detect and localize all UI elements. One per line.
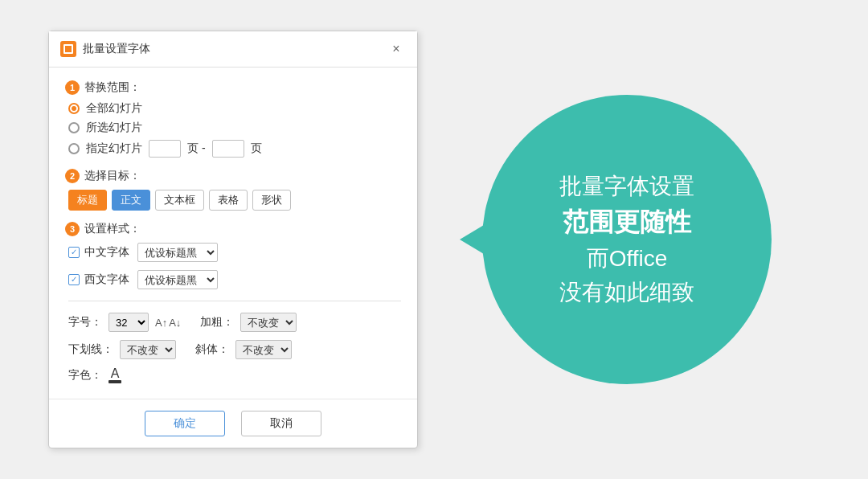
target-chips: 标题 正文 文本框 表格 形状: [65, 190, 401, 211]
chinese-font-checkbox-wrap[interactable]: 中文字体: [68, 245, 129, 260]
radio-group-range: 全部幻灯片 所选幻灯片 指定幻灯片 页 - 页: [65, 101, 401, 158]
chip-table[interactable]: 表格: [209, 190, 248, 211]
dialog-title: 批量设置字体: [83, 42, 150, 56]
radio-specified-slides-label: 指定幻灯片: [86, 141, 142, 156]
page-suffix: 页: [251, 141, 262, 156]
bold-label: 加粗：: [200, 315, 234, 330]
font-size-label: 字号：: [68, 315, 102, 330]
speech-bubble: 批量字体设置 范围更随性 而Office 没有如此细致: [482, 95, 772, 384]
cancel-button[interactable]: 取消: [241, 411, 321, 436]
decrease-size-icon[interactable]: A↓: [169, 317, 181, 329]
western-font-checkbox-wrap[interactable]: 西文字体: [68, 272, 129, 287]
color-icon[interactable]: A: [108, 367, 121, 383]
dialog-footer: 确定 取消: [49, 399, 417, 448]
style-rows: 中文字体 优设标题黑 西文字体 优设标题黑: [65, 243, 401, 383]
italic-label: 斜体：: [195, 342, 229, 357]
increase-size-icon[interactable]: A↑: [155, 317, 167, 329]
page-separator: 页 -: [187, 141, 206, 156]
page-from-input[interactable]: [149, 140, 181, 158]
radio-selected-slides-label: 所选幻灯片: [86, 121, 142, 135]
batch-font-dialog: 批量设置字体 × 1 替换范围： 全部幻灯片 所选幻: [48, 31, 418, 448]
chip-body[interactable]: 正文: [112, 190, 150, 211]
close-button[interactable]: ×: [387, 39, 406, 59]
section-set-style: 3 设置样式： 中文字体 优设标题黑: [65, 222, 401, 383]
radio-specified-slides[interactable]: 指定幻灯片 页 - 页: [68, 140, 401, 158]
chinese-font-checkbox[interactable]: [68, 247, 80, 258]
size-icons: A↑ A↓: [155, 317, 181, 329]
chip-title[interactable]: 标题: [68, 190, 107, 211]
font-size-select[interactable]: 32: [108, 313, 149, 332]
italic-select[interactable]: 不改变: [235, 340, 292, 359]
style-divider: [68, 301, 401, 301]
section-replace-range: 1 替换范围： 全部幻灯片 所选幻灯片 指定幻灯片: [65, 80, 401, 158]
section-2-label: 选择目标：: [84, 169, 141, 183]
chinese-font-label: 中文字体: [84, 245, 129, 260]
section-3-label: 设置样式：: [84, 222, 141, 236]
section-1-num: 1: [65, 80, 80, 95]
western-font-checkbox[interactable]: [68, 274, 80, 285]
radio-all-slides[interactable]: 全部幻灯片: [68, 101, 401, 116]
radio-selected-slides-circle[interactable]: [68, 122, 80, 133]
chip-textbox[interactable]: 文本框: [155, 190, 204, 211]
page-to-input[interactable]: [212, 140, 244, 158]
western-font-label: 西文字体: [84, 272, 129, 287]
confirm-button[interactable]: 确定: [145, 411, 225, 436]
section-2-num: 2: [65, 169, 80, 183]
bubble-line3: 而Office: [587, 244, 668, 274]
chip-shape[interactable]: 形状: [252, 190, 291, 211]
section-1-header: 1 替换范围：: [65, 80, 401, 95]
section-2-header: 2 选择目标：: [65, 169, 401, 183]
bubble-line4: 没有如此细致: [559, 277, 694, 308]
color-row: 字色： A: [68, 367, 401, 383]
dialog-titlebar: 批量设置字体 ×: [49, 31, 417, 68]
radio-selected-slides[interactable]: 所选幻灯片: [68, 121, 401, 135]
underline-label: 下划线：: [68, 342, 113, 357]
color-bar: [108, 380, 121, 383]
western-font-select[interactable]: 优设标题黑: [137, 270, 218, 289]
chinese-font-select[interactable]: 优设标题黑: [137, 243, 218, 262]
section-select-target: 2 选择目标： 标题 正文 文本框 表格 形状: [65, 169, 401, 211]
style-row-western: 西文字体 优设标题黑: [68, 270, 401, 289]
radio-specified-slides-circle[interactable]: [68, 143, 80, 154]
color-letter: A: [111, 367, 120, 380]
app-icon: [60, 41, 76, 57]
bubble-line2: 范围更随性: [563, 205, 691, 240]
style-row-chinese: 中文字体 优设标题黑: [68, 243, 401, 262]
underline-row: 下划线： 不改变 斜体： 不改变: [68, 340, 401, 359]
bubble-area: 批量字体设置 范围更随性 而Office 没有如此细致: [418, 95, 820, 384]
radio-all-slides-label: 全部幻灯片: [86, 101, 142, 116]
underline-select[interactable]: 不改变: [120, 340, 176, 359]
dialog-title-left: 批量设置字体: [60, 41, 150, 57]
app-icon-inner: [63, 44, 73, 54]
section-3-header: 3 设置样式：: [65, 222, 401, 236]
radio-all-slides-circle[interactable]: [68, 103, 80, 114]
bold-select[interactable]: 不改变: [240, 313, 297, 332]
section-1-label: 替换范围：: [84, 80, 141, 95]
dialog-body: 1 替换范围： 全部幻灯片 所选幻灯片 指定幻灯片: [49, 68, 417, 399]
bubble-line1: 批量字体设置: [559, 171, 694, 202]
color-label: 字色：: [68, 368, 102, 383]
section-3-num: 3: [65, 222, 80, 236]
font-size-row: 字号： 32 A↑ A↓ 加粗： 不改变: [68, 313, 401, 332]
